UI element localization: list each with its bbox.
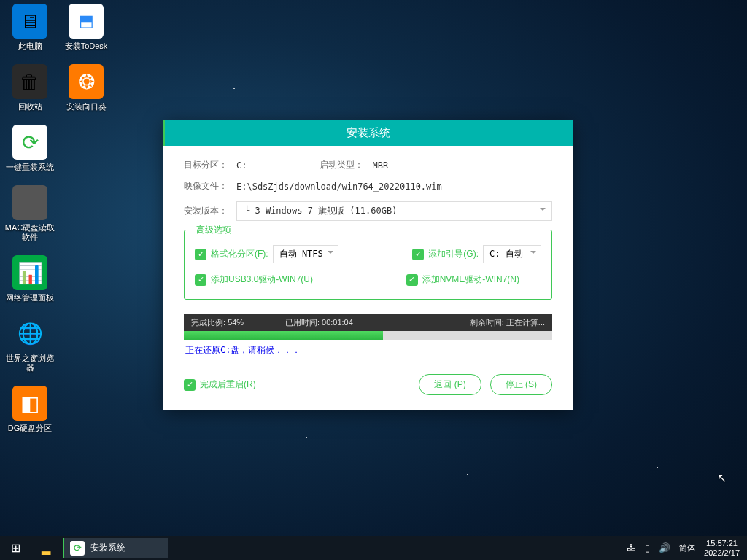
desktop-icons-col1: 🖥此电脑 🗑回收站 ⟳一键重装系统 MAC硬盘读取软件 📊网络管理面板 🌐世界之… [4, 4, 56, 446]
stop-button[interactable]: 停止 (S) [490, 374, 552, 395]
progress-info: 完成比例: 54% 已用时间: 00:01:04 剩余时间: 正在计算... [184, 314, 552, 331]
dialog-title: 安装系统 [163, 120, 573, 146]
icon-sunflower[interactable]: ❂安装向日葵 [60, 64, 112, 112]
clock[interactable]: 15:57:21 2022/2/17 [704, 539, 740, 558]
battery-icon[interactable]: ▯ [645, 542, 650, 553]
nvme-checkbox[interactable] [406, 274, 418, 286]
install-dialog: 安装系统 目标分区： C: 启动类型： MBR 映像文件： E:\SdsZjds… [163, 120, 573, 410]
back-button[interactable]: 返回 (P) [419, 374, 481, 395]
image-label: 映像文件： [184, 180, 236, 192]
volume-icon[interactable]: 🔊 [659, 542, 670, 553]
task-icon: ⟳ [70, 541, 85, 556]
format-checkbox[interactable] [195, 249, 206, 260]
task-label: 安装系统 [90, 542, 125, 554]
icon-todesk[interactable]: ⬒安装ToDesk [60, 4, 112, 51]
icon-this-pc[interactable]: 🖥此电脑 [4, 4, 56, 51]
version-label: 安装版本： [184, 205, 236, 217]
advanced-options: 高级选项 格式化分区(F): 自动 NTFS 添加引导(G): C: 自动 添加… [184, 230, 552, 300]
icon-reinstall[interactable]: ⟳一键重装系统 [4, 125, 56, 172]
bootadd-checkbox[interactable] [412, 249, 424, 260]
icon-mac-disk[interactable]: MAC硬盘读取软件 [4, 185, 56, 242]
progress-fill [184, 331, 383, 340]
format-label: 格式化分区(F): [211, 248, 268, 260]
icon-recycle-bin[interactable]: 🗑回收站 [4, 64, 56, 112]
desktop: 🖥此电脑 🗑回收站 ⟳一键重装系统 MAC硬盘读取软件 📊网络管理面板 🌐世界之… [0, 0, 747, 536]
advanced-title: 高级选项 [192, 224, 236, 236]
taskbar-task[interactable]: ⟳ 安装系统 [63, 538, 168, 558]
boot-value: MBR [372, 160, 388, 171]
pct-label: 完成比例: 54% [191, 317, 244, 328]
remaining: 剩余时间: 正在计算... [395, 317, 545, 328]
restart-checkbox[interactable] [184, 379, 196, 391]
desktop-icons-col2: ⬒安装ToDesk ❂安装向日葵 [60, 4, 112, 125]
icon-dg-partition[interactable]: ◧DG硬盘分区 [4, 386, 56, 433]
icon-browser[interactable]: 🌐世界之窗浏览器 [4, 316, 56, 373]
format-select[interactable]: 自动 NTFS [273, 245, 338, 263]
usb-label: 添加USB3.0驱动-WIN7(U) [211, 273, 313, 286]
taskbar: ⊞ ▂ ⟳ 安装系统 🖧 ▯ 🔊 简体 15:57:21 2022/2/17 [0, 536, 747, 560]
icon-network-panel[interactable]: 📊网络管理面板 [4, 255, 56, 303]
boot-label: 启动类型： [320, 159, 372, 171]
cursor-icon: ↖ [717, 471, 727, 485]
target-label: 目标分区： [184, 159, 236, 171]
bootadd-label: 添加引导(G): [428, 248, 479, 260]
nvme-label: 添加NVME驱动-WIN7(N) [422, 273, 519, 286]
bootadd-select[interactable]: C: 自动 [483, 245, 541, 263]
image-value: E:\SdsZjds/download/win764_20220110.wim [236, 182, 442, 192]
restart-label: 完成后重启(R) [200, 378, 256, 391]
usb-checkbox[interactable] [195, 274, 206, 286]
version-dropdown[interactable]: └ 3 Windows 7 旗舰版 (11.60GB) [236, 201, 552, 221]
status-text: 正在还原C:盘，请稍候．．． [184, 340, 552, 361]
ime-indicator[interactable]: 简体 [679, 542, 695, 553]
explorer-button[interactable]: ▂ [31, 536, 61, 560]
start-button[interactable]: ⊞ [0, 536, 31, 560]
elapsed: 已用时间: 00:01:04 [244, 317, 394, 328]
progress-bar [184, 331, 552, 340]
target-value: C: [236, 160, 247, 171]
network-icon[interactable]: 🖧 [627, 542, 636, 553]
system-tray: 🖧 ▯ 🔊 简体 15:57:21 2022/2/17 [627, 539, 747, 558]
